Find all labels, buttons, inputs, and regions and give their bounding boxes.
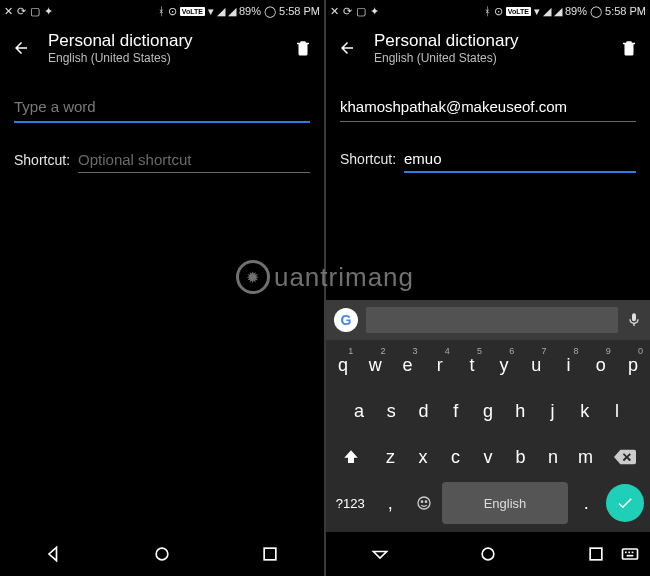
nav-bar bbox=[0, 532, 324, 576]
key-f[interactable]: f bbox=[441, 390, 471, 432]
status-bar: ✕ ⟳ ▢ ✦ ᚼ ⊙ VoLTE ▾ ◢ ◢ 89% ◯ 5:58 PM bbox=[326, 0, 650, 22]
cast-icon: ⊙ bbox=[168, 5, 177, 18]
key-r[interactable]: r4 bbox=[425, 344, 455, 386]
key-k[interactable]: k bbox=[570, 390, 600, 432]
key-p[interactable]: p0 bbox=[618, 344, 648, 386]
key-enter[interactable] bbox=[606, 484, 644, 522]
nav-home[interactable] bbox=[152, 544, 172, 564]
key-t[interactable]: t5 bbox=[457, 344, 487, 386]
svg-rect-10 bbox=[632, 552, 634, 554]
image-icon: ▢ bbox=[356, 5, 366, 18]
svg-rect-11 bbox=[627, 555, 634, 557]
nav-recent[interactable] bbox=[260, 544, 280, 564]
key-j[interactable]: j bbox=[537, 390, 567, 432]
keyboard-switch-icon[interactable] bbox=[620, 544, 640, 564]
key-z[interactable]: z bbox=[375, 436, 406, 478]
back-button[interactable] bbox=[338, 39, 356, 57]
app-bar: Personal dictionary English (United Stat… bbox=[326, 22, 650, 74]
key-w[interactable]: w2 bbox=[360, 344, 390, 386]
wifi-icon: ▾ bbox=[208, 5, 214, 18]
key-g[interactable]: g bbox=[473, 390, 503, 432]
svg-point-4 bbox=[425, 501, 426, 502]
nav-back[interactable] bbox=[44, 544, 64, 564]
key-y[interactable]: y6 bbox=[489, 344, 519, 386]
key-u[interactable]: u7 bbox=[521, 344, 551, 386]
battery-text: 89% bbox=[565, 5, 587, 17]
suggestion-bar: G bbox=[326, 300, 650, 340]
mic-icon[interactable] bbox=[626, 312, 642, 328]
battery-icon: ◯ bbox=[264, 5, 276, 18]
signal-icon: ◢ bbox=[543, 5, 551, 18]
svg-point-5 bbox=[482, 548, 494, 560]
key-b[interactable]: b bbox=[505, 436, 536, 478]
clock-text: 5:58 PM bbox=[605, 5, 646, 17]
word-input[interactable] bbox=[340, 92, 636, 122]
shortcut-input[interactable] bbox=[404, 146, 636, 173]
word-input[interactable] bbox=[14, 92, 310, 123]
volte-badge: VoLTE bbox=[506, 7, 531, 16]
keyboard: G q1w2e3r4t5y6u7i8o9p0 asdfghjkl zxcvbnm bbox=[326, 300, 650, 576]
key-v[interactable]: v bbox=[473, 436, 504, 478]
key-n[interactable]: n bbox=[538, 436, 569, 478]
svg-rect-9 bbox=[628, 552, 630, 554]
screen-left: ✕ ⟳ ▢ ✦ ᚼ ⊙ VoLTE ▾ ◢ ◢ 89% ◯ 5:58 PM bbox=[0, 0, 324, 576]
usb-icon: ✕ bbox=[330, 5, 339, 18]
signal2-icon: ◢ bbox=[228, 5, 236, 18]
suggestion-strip[interactable] bbox=[366, 307, 618, 333]
svg-point-0 bbox=[156, 548, 168, 560]
cast-icon: ⊙ bbox=[494, 5, 503, 18]
svg-rect-1 bbox=[264, 548, 276, 560]
refresh-icon: ✦ bbox=[44, 5, 53, 18]
nav-recent[interactable] bbox=[586, 544, 606, 564]
page-subtitle: English (United States) bbox=[374, 51, 602, 65]
delete-button[interactable] bbox=[294, 39, 312, 57]
key-e[interactable]: e3 bbox=[392, 344, 422, 386]
refresh-icon: ✦ bbox=[370, 5, 379, 18]
key-h[interactable]: h bbox=[505, 390, 535, 432]
key-i[interactable]: i8 bbox=[553, 344, 583, 386]
sync-icon: ⟳ bbox=[17, 5, 26, 18]
battery-icon: ◯ bbox=[590, 5, 602, 18]
svg-point-3 bbox=[421, 501, 422, 502]
image-icon: ▢ bbox=[30, 5, 40, 18]
wifi-icon: ▾ bbox=[534, 5, 540, 18]
key-d[interactable]: d bbox=[408, 390, 438, 432]
signal-icon: ◢ bbox=[217, 5, 225, 18]
svg-rect-8 bbox=[625, 552, 627, 554]
svg-rect-6 bbox=[590, 548, 602, 560]
key-backspace[interactable] bbox=[603, 436, 648, 478]
key-x[interactable]: x bbox=[408, 436, 439, 478]
delete-button[interactable] bbox=[620, 39, 638, 57]
clock-text: 5:58 PM bbox=[279, 5, 320, 17]
sync-icon: ⟳ bbox=[343, 5, 352, 18]
nav-home[interactable] bbox=[478, 544, 498, 564]
key-period[interactable]: . bbox=[570, 482, 602, 524]
page-title: Personal dictionary bbox=[48, 31, 276, 51]
key-q[interactable]: q1 bbox=[328, 344, 358, 386]
volte-badge: VoLTE bbox=[180, 7, 205, 16]
key-l[interactable]: l bbox=[602, 390, 632, 432]
key-m[interactable]: m bbox=[570, 436, 601, 478]
app-bar: Personal dictionary English (United Stat… bbox=[0, 22, 324, 74]
page-subtitle: English (United States) bbox=[48, 51, 276, 65]
svg-point-2 bbox=[418, 497, 430, 509]
key-symbols[interactable]: ?123 bbox=[328, 482, 372, 524]
back-button[interactable] bbox=[12, 39, 30, 57]
shortcut-label: Shortcut: bbox=[14, 152, 70, 168]
key-comma[interactable]: , bbox=[374, 482, 406, 524]
key-shift[interactable] bbox=[328, 436, 373, 478]
svg-rect-7 bbox=[623, 549, 638, 559]
key-s[interactable]: s bbox=[376, 390, 406, 432]
shortcut-input[interactable] bbox=[78, 147, 310, 173]
nav-bar bbox=[326, 532, 650, 576]
key-c[interactable]: c bbox=[440, 436, 471, 478]
page-title: Personal dictionary bbox=[374, 31, 602, 51]
key-emoji[interactable] bbox=[408, 482, 440, 524]
shortcut-label: Shortcut: bbox=[340, 151, 396, 167]
key-a[interactable]: a bbox=[344, 390, 374, 432]
key-space[interactable]: English bbox=[442, 482, 569, 524]
google-icon[interactable]: G bbox=[334, 308, 358, 332]
nav-back-down[interactable] bbox=[370, 544, 390, 564]
key-o[interactable]: o9 bbox=[586, 344, 616, 386]
bluetooth-icon: ᚼ bbox=[484, 5, 491, 17]
